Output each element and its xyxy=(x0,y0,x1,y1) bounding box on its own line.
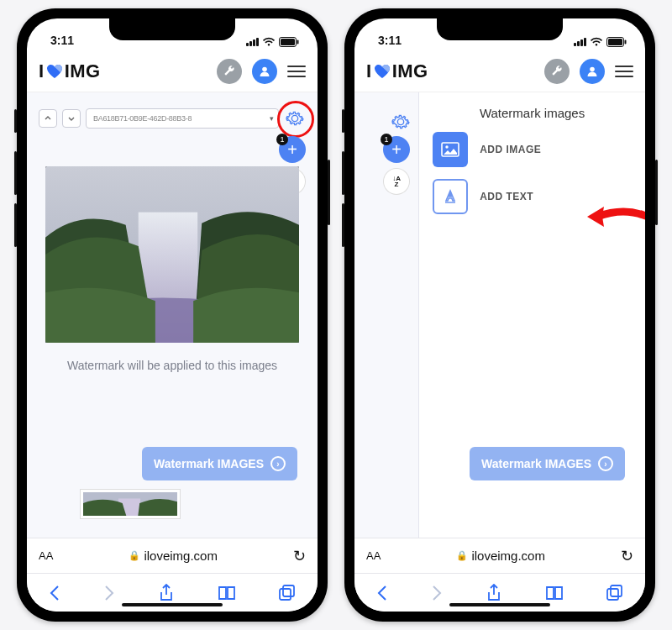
svg-rect-1 xyxy=(281,39,295,45)
text-size-button[interactable]: AA xyxy=(366,549,381,562)
count-badge: 1 xyxy=(381,134,392,145)
next-file-button[interactable] xyxy=(62,109,81,128)
settings-button[interactable] xyxy=(284,108,306,129)
settings-button[interactable] xyxy=(390,111,412,133)
cta-label: Watermark IMAGES xyxy=(481,457,591,470)
reload-button[interactable]: ↻ xyxy=(621,547,633,565)
url[interactable]: 🔒 iloveimg.com xyxy=(60,549,286,563)
underlying-content: + 1 ↓A Z xyxy=(354,92,418,538)
wifi-icon xyxy=(262,37,276,47)
url-text: iloveimg.com xyxy=(471,549,545,563)
logo-prefix: I xyxy=(366,60,372,82)
text-icon xyxy=(433,179,468,214)
account-button[interactable] xyxy=(252,59,277,84)
lock-icon: 🔒 xyxy=(456,550,468,561)
logo[interactable]: I IMG xyxy=(366,60,428,82)
watermark-button[interactable]: Watermark IMAGES › xyxy=(142,447,297,480)
caption: Watermark will be applied to this images xyxy=(27,343,318,374)
bookmarks-button[interactable] xyxy=(218,585,236,601)
image-icon xyxy=(433,132,468,167)
svg-rect-9 xyxy=(283,585,294,596)
thumbnail-row xyxy=(80,489,265,519)
prev-file-button[interactable] xyxy=(39,109,57,128)
add-image-label: ADD IMAGE xyxy=(480,144,541,155)
svg-rect-2 xyxy=(297,40,299,45)
share-button[interactable] xyxy=(486,584,501,602)
watermark-button[interactable]: Watermark IMAGES › xyxy=(470,447,625,480)
share-button[interactable] xyxy=(159,584,174,602)
tools-button[interactable] xyxy=(217,59,242,84)
browser-address-bar[interactable]: AA 🔒 iloveimg.com ↻ xyxy=(354,538,645,573)
cellular-icon xyxy=(574,38,586,46)
text-size-button[interactable]: AA xyxy=(39,549,53,562)
app-header: I IMG xyxy=(27,50,318,92)
svg-rect-17 xyxy=(611,585,622,596)
back-button[interactable] xyxy=(376,585,388,601)
status-time: 3:11 xyxy=(50,34,74,47)
add-image-option[interactable]: ADD IMAGE xyxy=(433,132,632,167)
menu-button[interactable] xyxy=(615,66,633,77)
cellular-icon xyxy=(246,38,259,46)
file-select[interactable]: BA618B71-0B9E-462D-88B3-8 xyxy=(86,108,279,129)
home-indicator[interactable] xyxy=(122,603,223,606)
back-button[interactable] xyxy=(49,585,60,601)
tabs-button[interactable] xyxy=(606,585,623,601)
url-text: iloveimg.com xyxy=(144,549,218,563)
arrow-right-icon: › xyxy=(270,456,286,471)
browser-address-bar[interactable]: AA 🔒 iloveimg.com ↻ xyxy=(27,538,318,573)
svg-point-15 xyxy=(445,145,448,148)
battery-icon xyxy=(606,37,627,47)
url[interactable]: 🔒 iloveimg.com xyxy=(387,549,614,563)
toolbar: BA618B71-0B9E-462D-88B3-8 xyxy=(27,92,318,129)
svg-point-13 xyxy=(590,66,595,71)
lock-icon: 🔒 xyxy=(129,550,140,561)
arrow-right-icon: › xyxy=(598,456,613,471)
logo[interactable]: I IMG xyxy=(39,60,101,82)
svg-rect-12 xyxy=(625,40,627,45)
heart-icon xyxy=(374,64,391,79)
image-preview xyxy=(45,166,299,343)
svg-rect-8 xyxy=(280,589,291,600)
panel-title: Watermark images xyxy=(419,92,645,132)
svg-rect-16 xyxy=(607,589,618,600)
tools-button[interactable] xyxy=(544,59,570,84)
tabs-button[interactable] xyxy=(279,585,296,601)
svg-point-3 xyxy=(262,66,267,71)
logo-suffix: IMG xyxy=(65,60,101,82)
count-badge: 1 xyxy=(276,134,288,145)
battery-icon xyxy=(279,37,299,47)
bookmarks-button[interactable] xyxy=(545,585,564,601)
forward-button[interactable] xyxy=(103,585,115,601)
account-button[interactable] xyxy=(580,59,605,84)
menu-button[interactable] xyxy=(287,66,306,77)
cta-label: Watermark IMAGES xyxy=(154,457,264,470)
add-button[interactable]: + 1 xyxy=(279,136,306,163)
reload-button[interactable]: ↻ xyxy=(293,547,306,565)
forward-button[interactable] xyxy=(431,585,443,601)
thumbnail[interactable] xyxy=(80,489,181,519)
wifi-icon xyxy=(590,37,603,47)
add-text-label: ADD TEXT xyxy=(480,191,533,202)
svg-rect-11 xyxy=(608,39,622,45)
logo-suffix: IMG xyxy=(392,60,428,82)
heart-icon xyxy=(46,64,63,79)
home-indicator[interactable] xyxy=(449,603,550,606)
status-time: 3:11 xyxy=(378,34,402,47)
add-text-option[interactable]: ADD TEXT xyxy=(433,179,632,214)
logo-prefix: I xyxy=(39,60,45,82)
app-header: I IMG xyxy=(354,50,645,92)
add-button[interactable]: + 1 xyxy=(383,136,410,163)
sort-button[interactable]: ↓A Z xyxy=(383,168,410,195)
